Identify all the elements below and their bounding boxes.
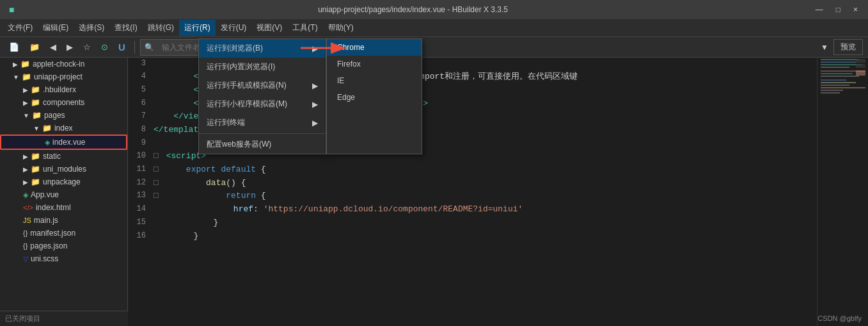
filter-icon[interactable]: ▼ (821, 43, 828, 52)
line-number: 8 (128, 124, 154, 136)
menu-find[interactable]: 查找(I) (109, 20, 142, 36)
run-to-browser-label: 运行到浏览器(B) (207, 43, 263, 54)
folder-icon: 📁 (31, 98, 40, 107)
sidebar-item-label: index.html (36, 203, 71, 212)
svg-rect-12 (821, 92, 840, 94)
menu-separator (199, 133, 326, 134)
line-content: } (154, 230, 868, 243)
code-line: 15 } (128, 216, 868, 230)
menu-goto[interactable]: 跳转(G) (143, 20, 179, 36)
code-line: 12 □ data() { (128, 177, 868, 190)
hbuilder-button[interactable]: U (114, 40, 129, 54)
code-line: 13 □ return { (128, 190, 868, 203)
menu-help[interactable]: 帮助(Y) (323, 20, 359, 36)
line-number: 6 (128, 97, 154, 110)
svg-rect-13 (856, 59, 865, 63)
favorite-button[interactable]: ☆ (79, 40, 95, 54)
code-line: 11 □ export default { (128, 163, 868, 177)
sidebar-item-label: applet-chock-in (33, 60, 84, 69)
run-to-builtin-label: 运行到内置浏览器(I) (207, 61, 275, 72)
menu-file[interactable]: 文件(F) (3, 20, 38, 36)
sidebar-item-unpackage[interactable]: ▶ 📁 unpackage (0, 175, 127, 188)
browser-edge-item[interactable]: Edge (327, 89, 422, 106)
browser-ie-item[interactable]: IE (327, 72, 422, 89)
sidebar-item-applet[interactable]: ▶ 📁 applet-chock-in (0, 58, 127, 70)
collapse-icon: ▶ (23, 99, 28, 106)
sidebar-footer-label: 已关闭项目 (5, 314, 40, 322)
new-file-button[interactable]: 📄 (5, 40, 23, 54)
sidebar-item-uniapp[interactable]: ▼ 📁 uniapp-project (0, 70, 127, 83)
svg-rect-0 (821, 59, 859, 60)
window-title: uniapp-project/pages/index/index.vue - H… (14, 5, 811, 14)
sidebar-item-hbuilderx[interactable]: ▶ 📁 .hbuilderx (0, 83, 127, 96)
sidebar-item-label: uni_modules (43, 165, 86, 174)
json-icon: {} (23, 242, 28, 250)
line-number: 7 (128, 110, 154, 122)
sidebar-item-index-folder[interactable]: ▼ 📁 index (0, 122, 127, 134)
maximize-button[interactable]: □ (832, 4, 844, 15)
line-content: } (154, 216, 868, 230)
menu-view[interactable]: 视图(V) (251, 20, 287, 36)
folder-icon: 📁 (22, 72, 31, 81)
line-number: 16 (128, 230, 154, 242)
run-circle-button[interactable]: ⊙ (97, 40, 112, 54)
sidebar-item-components[interactable]: ▶ 📁 components (0, 96, 127, 109)
line-content: □ export default { (154, 163, 868, 177)
menu-tools[interactable]: 工具(T) (287, 20, 322, 36)
sidebar-item-manifest-json[interactable]: {} manifest.json (0, 227, 127, 240)
sidebar-item-main-js[interactable]: JS main.js (0, 214, 127, 227)
submenu-arrow-icon: ▶ (312, 81, 318, 90)
line-content: href: 'https://uniapp.dcloud.io/componen… (154, 203, 868, 216)
menu-edit[interactable]: 编辑(E) (38, 20, 74, 36)
line-content: □ return { (154, 190, 868, 203)
svg-rect-11 (821, 90, 843, 91)
run-to-device-item[interactable]: 运行到手机或模拟器(N) ▶ (199, 76, 326, 95)
sidebar-item-uni-modules[interactable]: ▶ 📁 uni_modules (0, 163, 127, 175)
preview-button[interactable]: 预览 (833, 39, 863, 55)
sidebar-item-label: pages.json (30, 241, 67, 250)
sidebar-item-pages[interactable]: ▼ 📁 pages (0, 109, 127, 122)
svg-rect-1 (821, 61, 856, 63)
open-folder-button[interactable]: 📁 (26, 40, 43, 54)
line-content: □ data() { (154, 177, 868, 190)
menu-publish[interactable]: 发行(U) (216, 20, 252, 36)
collapse-icon: ▶ (13, 61, 18, 68)
menu-select[interactable]: 选择(S) (74, 20, 109, 36)
minimap-svg (817, 58, 868, 314)
sidebar-item-label: .hbuilderx (43, 85, 76, 94)
collapse-icon: ▶ (23, 153, 28, 160)
line-number: 13 (128, 190, 154, 202)
sidebar-item-index-vue[interactable]: ◈ index.vue (0, 134, 127, 150)
line-number: 12 (128, 177, 154, 189)
toolbar-separator (134, 41, 135, 54)
main-layout: ▶ 📁 applet-chock-in ▼ 📁 uniapp-project ▶… (0, 58, 868, 326)
sidebar-item-label: manifest.json (30, 229, 75, 238)
menu-run[interactable]: 运行(R) (179, 20, 216, 36)
back-button[interactable]: ◀ (46, 40, 60, 54)
sidebar-item-static[interactable]: ▶ 📁 static (0, 150, 127, 163)
sidebar-item-label: App.vue (31, 190, 59, 199)
code-line: 14 href: 'https://uniapp.dcloud.io/compo… (128, 203, 868, 216)
line-number: 4 (128, 70, 154, 83)
search-icon: 🔍 (145, 43, 154, 52)
close-button[interactable]: × (849, 4, 862, 15)
expand-icon: ▼ (23, 112, 29, 119)
sidebar-item-uni-scss[interactable]: ▽ uni.scss (0, 252, 127, 265)
vue-icon: ◈ (23, 191, 28, 199)
json-icon: {} (23, 229, 28, 237)
run-to-terminal-item[interactable]: 运行到终端 ▶ (199, 113, 326, 132)
sidebar-item-index-html[interactable]: </> index.html (0, 201, 127, 214)
minimize-button[interactable]: — (812, 4, 827, 15)
forward-button[interactable]: ▶ (63, 40, 77, 54)
watermark: CSDN @gblfy (817, 314, 862, 322)
sidebar-item-pages-json[interactable]: {} pages.json (0, 240, 127, 252)
svg-rect-10 (821, 87, 865, 88)
svg-rect-8 (821, 82, 856, 83)
config-web-server-label: 配置web服务器(W) (207, 139, 271, 150)
run-to-miniprogram-item[interactable]: 运行到小程序模拟器(M) ▶ (199, 95, 326, 113)
collapse-icon: ▶ (23, 166, 28, 173)
run-to-device-label: 运行到手机或模拟器(N) (207, 80, 287, 91)
red-arrow-indicator (301, 35, 352, 65)
config-web-server-item[interactable]: 配置web服务器(W) (199, 135, 326, 154)
sidebar-item-app-vue[interactable]: ◈ App.vue (0, 188, 127, 201)
